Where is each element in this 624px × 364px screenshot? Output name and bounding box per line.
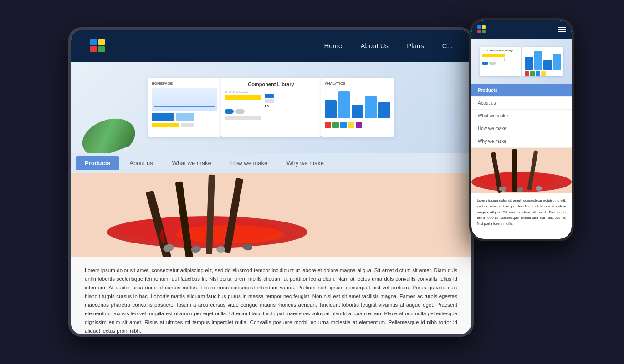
leaf-decoration xyxy=(76,108,139,153)
tablet-tabs: Products About us What we make How we ma… xyxy=(71,153,471,173)
mockup-card-chart: HOMEPAGE xyxy=(148,78,221,137)
svg-rect-17 xyxy=(482,30,486,33)
hamburger-icon[interactable] xyxy=(558,27,566,32)
tablet-device: Home About Us Plans C... HOMEPAGE xyxy=(68,27,474,337)
phone-card-2 xyxy=(522,47,563,76)
hamburger-line-1 xyxy=(558,27,566,28)
tablet-text-content: Lorem ipsum dolor sit amet, consectetur … xyxy=(71,257,471,334)
phone-comp-lib-title: Component Library xyxy=(482,49,518,52)
ph-toggle-on xyxy=(482,62,488,65)
comp-btn-yellow xyxy=(225,95,261,100)
nav-plans[interactable]: Plans xyxy=(407,42,424,50)
tab-products[interactable]: Products xyxy=(76,156,119,170)
svg-rect-2 xyxy=(90,39,97,45)
component-lib-title: Component Library xyxy=(225,81,317,87)
phone-navbar xyxy=(471,20,572,39)
phone-paint-image xyxy=(471,148,572,193)
mockup-card-components: Component Library BUTTON & SELECT xyxy=(221,78,321,137)
phone-mockup-small: Component Library xyxy=(480,47,563,76)
tablet-paint-image xyxy=(71,173,471,257)
svg-rect-4 xyxy=(71,173,471,257)
phone-logo xyxy=(477,25,486,34)
phone-tab-about[interactable]: About us xyxy=(471,97,572,110)
svg-rect-19 xyxy=(482,25,486,29)
nav-more[interactable]: C... xyxy=(442,42,453,50)
mockup-chart xyxy=(152,88,217,111)
tab-how[interactable]: How we make xyxy=(221,156,277,170)
tablet-logo xyxy=(89,38,106,54)
color-swatches xyxy=(325,122,390,128)
ph-btn-yellow xyxy=(482,54,505,57)
svg-rect-0 xyxy=(90,46,97,52)
phone-tabs: Products About us What we make How we ma… xyxy=(471,84,572,148)
tablet-hero: HOMEPAGE Component Library xyxy=(71,62,471,153)
svg-point-28 xyxy=(536,186,542,191)
phone-tab-products[interactable]: Products xyxy=(471,84,572,97)
ph-toggle-row xyxy=(482,62,518,65)
svg-rect-1 xyxy=(98,46,105,52)
svg-point-22 xyxy=(478,172,556,187)
hamburger-line-2 xyxy=(558,29,566,30)
ph-btn-outline xyxy=(482,58,505,61)
svg-rect-24 xyxy=(512,149,517,192)
comp-toggle-row xyxy=(225,109,261,114)
chart-line xyxy=(154,106,215,107)
phone-hero: Component Library xyxy=(471,39,572,84)
comp-btn-outline xyxy=(225,102,261,107)
mockup-card-title-3: ANALYTICS xyxy=(325,81,390,86)
tablet-nav-links: Home About Us Plans C... xyxy=(324,42,453,50)
hamburger-line-3 xyxy=(558,31,566,32)
nav-about[interactable]: About Us xyxy=(360,42,389,50)
phone-screen: Component Library xyxy=(471,20,572,239)
phone-tab-how[interactable]: How we make xyxy=(471,122,572,135)
tab-why[interactable]: Why we make xyxy=(277,156,333,170)
mockup-card-bars: ANALYTICS xyxy=(321,78,394,137)
ph-toggle-off xyxy=(489,62,496,65)
svg-rect-18 xyxy=(477,25,481,29)
nav-home[interactable]: Home xyxy=(324,42,342,50)
tablet-navbar: Home About Us Plans C... xyxy=(71,30,471,62)
tab-about[interactable]: About us xyxy=(120,156,162,170)
svg-rect-16 xyxy=(477,30,481,33)
tablet-screen: Home About Us Plans C... HOMEPAGE xyxy=(71,30,471,334)
bar-chart xyxy=(325,88,390,120)
scene: Home About Us Plans C... HOMEPAGE xyxy=(0,0,624,364)
tab-what[interactable]: What we make xyxy=(163,156,220,170)
phone-text-content: Lorem ipsum dolor sit amet, consectetur … xyxy=(471,193,572,239)
mockup-card-title-1: HOMEPAGE xyxy=(152,81,217,86)
phone-tab-why[interactable]: Why we make xyxy=(471,135,572,148)
svg-point-26 xyxy=(499,187,506,191)
svg-rect-3 xyxy=(98,39,105,45)
phone-device: Component Library xyxy=(469,18,574,241)
phone-tab-what[interactable]: What we make xyxy=(471,110,572,122)
phone-card-1: Component Library xyxy=(480,47,521,76)
tablet-body-text: Lorem ipsum dolor sit amet, consectetur … xyxy=(85,266,457,334)
svg-point-27 xyxy=(517,187,523,192)
phone-body-text: Lorem ipsum dolor sit amet, consectetur … xyxy=(477,198,566,227)
